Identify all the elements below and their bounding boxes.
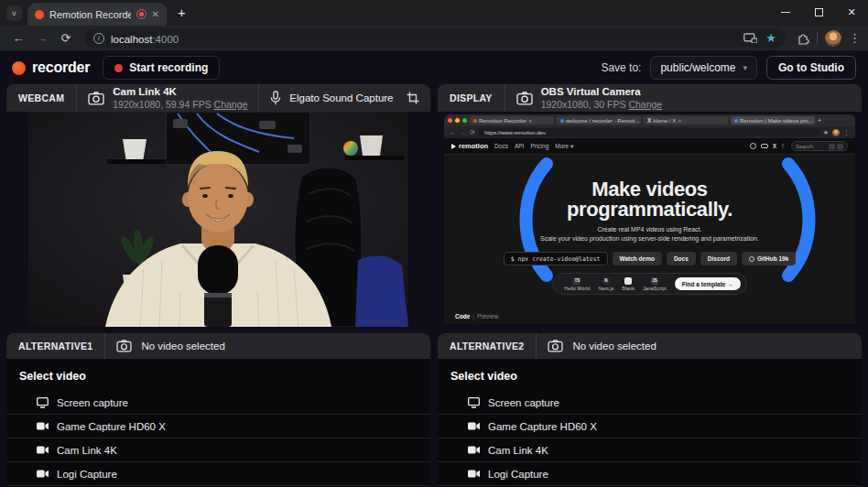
mini-browser-toolbar: ←→⟳ https://www.remotion.dev ★ ⋮ — [444, 126, 855, 138]
tab-capture-icon[interactable] — [743, 33, 757, 43]
maximize-button[interactable] — [802, 0, 835, 24]
forward-button[interactable]: → — [31, 31, 53, 45]
record-dot-icon — [114, 64, 123, 72]
browser-menu-icon[interactable]: ⋮ — [849, 31, 861, 45]
save-to-select[interactable]: public/welcome ▾ — [650, 56, 757, 80]
microphone-icon — [270, 91, 281, 105]
camera-icon — [516, 92, 533, 105]
github-icon — [750, 143, 756, 149]
profile-avatar[interactable] — [825, 30, 841, 47]
tab-close-icon[interactable]: ✕ — [152, 10, 159, 19]
alternative1-panel: ALTERNATIVE1 No video selected Select vi… — [6, 333, 430, 487]
github-button: GitHub 19k — [742, 252, 796, 265]
select-video-heading: Select video — [438, 359, 862, 391]
mini-hero: Make videos programmatically. Create rea… — [444, 155, 855, 324]
new-tab-button[interactable]: + — [178, 5, 186, 20]
display-change-link[interactable]: Change — [628, 99, 662, 110]
go-to-studio-button[interactable]: Go to Studio — [766, 56, 856, 80]
browser-toolbar: ← → ⟳ i localhost:4000 ★ ⋮ — [0, 26, 868, 51]
select-video-option[interactable]: Cam Link 4K — [6, 438, 430, 462]
docs-button: Docs — [667, 252, 696, 265]
recorder-app: recorder Start recording Save to: public… — [0, 51, 868, 487]
screen: ˅ Remotion Recorder ✕ + ✕ ← → ⟳ i localh… — [0, 0, 868, 487]
select-video-option[interactable]: Screen capture — [6, 391, 430, 415]
code-preview-toggle: Code|Preview — [455, 313, 498, 319]
browser-titlebar: ˅ Remotion Recorder ✕ + ✕ — [0, 0, 868, 26]
remotion-favicon-icon — [35, 10, 44, 19]
logo-dot-icon — [12, 61, 26, 75]
alternative2-body: Select video Screen capture Gam — [438, 359, 862, 487]
minimize-button[interactable] — [769, 0, 802, 24]
hero-subtitle: Create real MP4 videos using React. Scal… — [540, 225, 759, 244]
video-camera-icon — [468, 446, 480, 454]
template-item: Blank — [622, 277, 635, 291]
discord-button: Discord — [700, 252, 737, 265]
close-window-button[interactable]: ✕ — [835, 0, 868, 24]
select-video-heading: Select video — [6, 359, 430, 391]
remotion-play-icon — [451, 144, 456, 149]
chevron-down-icon: ▾ — [743, 63, 747, 72]
display-panel-header: DISPLAY OBS Virtual Camera 1920x1080, 30… — [438, 84, 862, 112]
go-to-studio-label: Go to Studio — [778, 61, 844, 74]
bookmark-star-icon[interactable]: ★ — [765, 32, 776, 44]
alternative1-header: ALTERNATIVE1 No video selected — [6, 333, 430, 359]
save-to-value: public/welcome — [660, 61, 735, 74]
app-header: recorder Start recording Save to: public… — [6, 51, 862, 84]
display-label: DISPLAY — [438, 92, 505, 103]
select-video-option[interactable]: Logi Capture — [6, 462, 430, 486]
webcam-panel-header: WEBCAM Cam Link 4K 1920x1080, 59.94 FPS — [6, 84, 430, 112]
start-recording-label: Start recording — [129, 61, 208, 74]
display-video-area: Remotion Recorder ✕ welcome / recorder -… — [438, 112, 862, 327]
monitor-icon — [468, 397, 480, 408]
theme-toggle-icon: ☾ — [781, 143, 787, 150]
crop-button[interactable] — [407, 92, 419, 104]
mini-tab: X Home / X ✕ — [644, 116, 728, 124]
template-row: TS Hello World N Next.js Blank — [552, 273, 747, 295]
extensions-icon[interactable] — [797, 32, 809, 45]
reload-button[interactable]: ⟳ — [55, 31, 77, 45]
hero-cta-row: $ npx create-video@latest Watch demo Doc… — [504, 252, 797, 265]
select-video-option[interactable]: Cam Link 4K — [438, 438, 862, 462]
alternative1-label: ALTERNATIVE1 — [6, 341, 104, 352]
recording-indicator-icon — [136, 9, 146, 19]
find-template-button: Find a template → — [675, 277, 741, 290]
webcam-video-area — [6, 112, 430, 327]
start-recording-button[interactable]: Start recording — [103, 56, 220, 80]
site-info-icon[interactable]: i — [93, 33, 104, 44]
webcam-panel: WEBCAM Cam Link 4K 1920x1080, 59.94 FPS — [6, 84, 430, 327]
mini-address-bar: https://www.remotion.dev — [479, 128, 819, 136]
audio-device-name: Elgato Sound Capture — [289, 92, 393, 103]
mac-close-icon — [448, 118, 452, 123]
display-video-preview: Remotion Recorder ✕ welcome / recorder -… — [444, 114, 855, 324]
mini-tab-active: Remotion | Make videos pro... ✕ — [731, 116, 815, 124]
video-camera-icon — [37, 470, 49, 478]
video-camera-icon — [468, 422, 480, 430]
toolbar-separator — [817, 32, 818, 45]
x-icon: X — [773, 143, 776, 149]
select-video-option[interactable]: Game Capture HD60 X — [438, 415, 862, 438]
mini-search: Search — [791, 141, 848, 151]
alternative2-label: ALTERNATIVE2 — [438, 341, 536, 352]
alternative1-body: Select video Screen capture Gam — [6, 359, 430, 487]
camera-icon — [548, 340, 563, 352]
address-bar[interactable]: i localhost:4000 ★ — [84, 28, 786, 48]
mac-zoom-icon — [462, 118, 467, 123]
select-video-option[interactable]: Game Capture HD60 X — [6, 415, 430, 438]
back-button[interactable]: ← — [7, 31, 29, 45]
logo-text: recorder — [32, 60, 90, 76]
webcam-video-preview — [28, 112, 408, 327]
select-video-option[interactable]: Logi Capture — [438, 462, 862, 486]
webcam-change-link[interactable]: Change — [214, 99, 248, 110]
url-port: :4000 — [152, 34, 179, 45]
tab-search-icon[interactable]: ˅ — [6, 5, 22, 21]
alternative1-status: No video selected — [141, 341, 224, 352]
camera-icon — [88, 92, 104, 105]
app-logo: recorder — [12, 60, 90, 76]
window-controls: ✕ — [769, 0, 868, 24]
select-video-option[interactable]: Screen capture — [438, 391, 862, 415]
video-camera-icon — [468, 470, 480, 478]
mini-tab: Remotion Recorder ✕ — [470, 116, 554, 124]
camera-icon — [116, 340, 132, 352]
browser-tab[interactable]: Remotion Recorder ✕ — [27, 3, 167, 26]
tab-title: Remotion Recorder — [49, 9, 131, 20]
